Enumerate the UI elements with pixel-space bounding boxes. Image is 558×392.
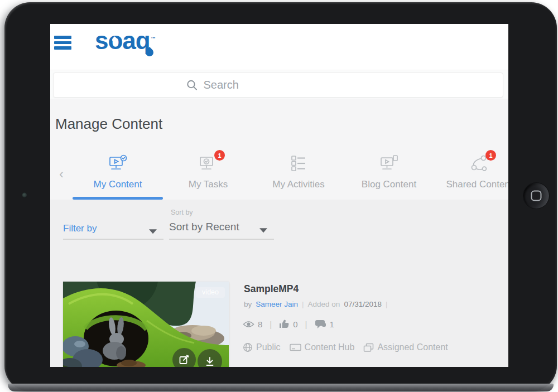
added-on-label: Added on: [308, 300, 340, 308]
app-header: soaq™: [50, 24, 508, 70]
tasks-badge: 1: [214, 150, 225, 161]
app-logo[interactable]: soaq™: [95, 27, 155, 54]
globe-icon: [243, 342, 253, 352]
assigned-pages-icon: [363, 343, 374, 352]
hamburger-menu-icon[interactable]: [54, 36, 71, 50]
content-stats: 8 | 0 |: [243, 319, 334, 329]
home-button-square-icon: [531, 191, 542, 201]
tag-label: Assigned Content: [377, 342, 448, 352]
tag-public: Public: [243, 342, 281, 352]
video-content-check-icon: [107, 154, 128, 172]
video-type-badge: video: [196, 287, 225, 298]
tasks-monitor-check-icon: 1: [198, 154, 219, 172]
comments-stat[interactable]: 1: [315, 320, 334, 329]
likes-count: 0: [293, 320, 297, 329]
filter-by-label: Filter by: [63, 223, 97, 234]
home-button[interactable]: [523, 182, 550, 209]
sort-by-dropdown[interactable]: Sort by Recent: [169, 221, 274, 240]
manage-content-section: Manage Content ‹: [50, 99, 508, 200]
blog-video-page-icon: [378, 154, 400, 172]
content-list-section: Sort by Filter by Sort by Recent: [50, 200, 508, 367]
tab-label: My Tasks: [189, 179, 228, 190]
page-background: soaq™ Manage Content: [0, 0, 558, 392]
activity-checklist-icon: [288, 154, 309, 172]
tab-shared-content[interactable]: 1 Shared Content: [434, 142, 508, 200]
tab-my-tasks[interactable]: 1 My Tasks: [163, 142, 253, 200]
tab-my-activities[interactable]: My Activities: [253, 142, 344, 200]
by-label: by: [244, 300, 252, 308]
search-box[interactable]: [53, 72, 503, 98]
tab-blog-content[interactable]: Blog Content: [344, 142, 434, 200]
comments-count: 1: [330, 320, 334, 329]
separator: |: [302, 300, 304, 308]
share-nodes-icon: 1: [469, 154, 490, 172]
content-title[interactable]: SampleMP4: [244, 283, 299, 295]
app-screen: soaq™ Manage Content: [50, 24, 508, 367]
tablet-bottom-edge: [8, 384, 554, 391]
views-count: 8: [258, 320, 262, 329]
caret-down-icon: [259, 228, 267, 233]
tabs-scroll-left-chevron-icon[interactable]: ‹: [59, 167, 64, 181]
tab-my-content[interactable]: My Content: [73, 142, 163, 200]
search-row: [50, 70, 508, 99]
content-thumbnail[interactable]: video: [63, 282, 229, 367]
filter-by-dropdown[interactable]: Filter by: [63, 223, 163, 240]
front-camera: [22, 192, 27, 198]
likes-stat[interactable]: 0: [279, 319, 297, 329]
tag-label: Public: [256, 342, 281, 352]
added-date: 07/31/2018: [344, 300, 382, 308]
sort-by-caption: Sort by: [171, 209, 193, 216]
tag-content-hub: Content Hub: [290, 342, 355, 352]
logo-text: soaq: [95, 27, 150, 54]
tabs: My Content 1: [73, 142, 508, 200]
content-byline: by Sameer Jain | Added on 07/31/2018 |: [244, 300, 387, 308]
sort-by-value: Sort by Recent: [169, 221, 239, 233]
search-input[interactable]: [204, 79, 371, 91]
separator: |: [386, 300, 388, 308]
logo-trademark: ™: [151, 36, 155, 41]
tab-strip: ‹: [50, 142, 508, 200]
caret-down-icon: [149, 229, 157, 234]
tab-label: My Content: [94, 179, 142, 190]
shared-badge: 1: [485, 150, 496, 161]
edit-button[interactable]: [172, 348, 196, 367]
content-tags: Public Content Hub A: [243, 342, 448, 352]
tab-label: My Activities: [272, 179, 325, 190]
search-icon: [186, 79, 198, 91]
tab-label: Shared Content: [446, 179, 508, 190]
views-stat: 8: [243, 320, 262, 329]
views-eye-icon: [243, 320, 254, 328]
content-hub-card-icon: [290, 343, 301, 352]
comment-bubble-icon: [315, 320, 326, 329]
separator: |: [267, 320, 274, 329]
download-arrow-icon: [204, 355, 216, 367]
tablet-frame: soaq™ Manage Content: [4, 2, 557, 391]
edit-pencil-icon: [178, 354, 190, 366]
tag-label: Content Hub: [305, 342, 355, 352]
tag-assigned-content: Assigned Content: [363, 342, 448, 352]
separator: |: [303, 320, 310, 329]
tab-label: Blog Content: [362, 179, 416, 190]
author-link[interactable]: Sameer Jain: [256, 300, 298, 308]
page-title: Manage Content: [55, 115, 162, 133]
thumbs-up-icon: [279, 319, 290, 329]
